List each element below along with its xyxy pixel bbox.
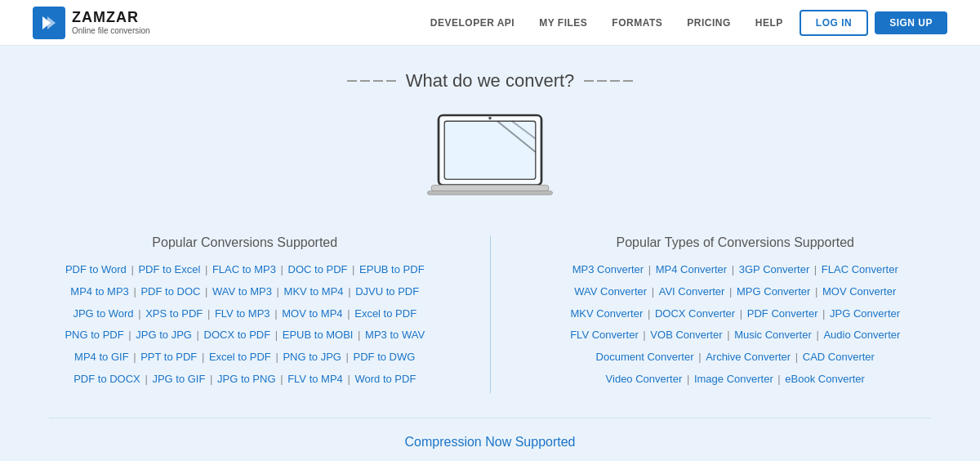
conversion-link[interactable]: EPUB to MOBI: [283, 329, 354, 341]
conversion-link[interactable]: MKV to MP4: [284, 285, 344, 298]
conversion-link[interactable]: PDF to Excel: [138, 263, 200, 275]
conversion-link[interactable]: Excel to PDF: [209, 351, 271, 363]
conversion-link[interactable]: DOC to PDF: [288, 263, 348, 275]
type-row: MP3 Converter | MP4 Converter | 3GP Conv…: [540, 262, 932, 279]
logo[interactable]: ZAMZAR Online file conversion: [33, 7, 150, 39]
popular-types-rows: MP3 Converter | MP4 Converter | 3GP Conv…: [540, 262, 932, 388]
type-link[interactable]: PDF Converter: [747, 307, 818, 320]
svg-rect-8: [428, 191, 553, 195]
nav-pricing[interactable]: PRICING: [687, 17, 731, 29]
type-row: WAV Converter | AVI Converter | MPG Conv…: [540, 284, 932, 301]
conversion-row: PDF to Word | PDF to Excel | FLAC to MP3…: [49, 262, 441, 279]
logo-icon: [33, 7, 65, 39]
conversion-link[interactable]: MP4 to GIF: [74, 351, 128, 363]
conversion-link[interactable]: PPT to PDF: [140, 351, 197, 363]
conversion-row: JPG to Word | XPS to PDF | FLV to MP3 | …: [49, 306, 441, 323]
conversion-row: MP4 to GIF | PPT to PDF | Excel to PDF |…: [49, 349, 441, 366]
conversion-link[interactable]: DOCX to PDF: [204, 329, 271, 341]
type-link[interactable]: 3GP Converter: [739, 263, 809, 275]
conversion-link[interactable]: PDF to Word: [65, 263, 127, 275]
conversion-link[interactable]: WAV to MP3: [212, 285, 272, 298]
type-row: Video Converter | Image Converter | eBoo…: [540, 371, 932, 388]
nav-my-files[interactable]: MY FILES: [539, 17, 587, 29]
main-content: What do we convert? Popular Conversions …: [0, 46, 980, 461]
content-grid: Popular Conversions Supported PDF to Wor…: [0, 235, 980, 393]
conversion-link[interactable]: XPS to PDF: [145, 307, 203, 320]
conversion-row: PDF to DOCX | JPG to GIF | JPG to PNG | …: [49, 371, 441, 388]
laptop-illustration: [0, 108, 980, 211]
conversion-row: PNG to PDF | JPG to JPG | DOCX to PDF | …: [49, 327, 441, 344]
compression-section: Compression Now Supported Compress AVI |…: [49, 418, 931, 461]
type-link[interactable]: eBook Converter: [785, 373, 865, 385]
type-link[interactable]: CAD Converter: [803, 351, 875, 363]
type-link[interactable]: Document Converter: [596, 351, 694, 363]
conversion-link[interactable]: MOV to MP4: [282, 307, 342, 320]
type-link[interactable]: JPG Converter: [830, 307, 900, 320]
conversion-link[interactable]: PDF to DOC: [140, 285, 200, 298]
type-link[interactable]: MPG Converter: [737, 285, 810, 298]
type-link[interactable]: MOV Converter: [822, 285, 896, 298]
svg-point-6: [488, 117, 492, 120]
conversion-row: MP4 to MP3 | PDF to DOC | WAV to MP3 | M…: [49, 284, 441, 301]
type-link[interactable]: MKV Converter: [570, 307, 643, 320]
conversion-link[interactable]: JPG to PNG: [217, 373, 276, 385]
type-link[interactable]: MP3 Converter: [572, 263, 644, 275]
type-link[interactable]: Music Converter: [734, 329, 812, 341]
column-divider: [490, 235, 491, 393]
conversion-link[interactable]: PNG to PDF: [65, 329, 123, 341]
conversion-link[interactable]: FLAC to MP3: [212, 263, 276, 275]
logo-sub: Online file conversion: [72, 26, 150, 35]
nav-formats[interactable]: FORMATS: [612, 17, 662, 29]
conversion-link[interactable]: FLV to MP3: [215, 307, 270, 320]
nav-help[interactable]: HELP: [755, 17, 783, 29]
hero-title: What do we convert?: [406, 70, 575, 92]
conversion-link[interactable]: DJVU to PDF: [355, 285, 419, 298]
conversion-link[interactable]: PDF to DWG: [354, 351, 416, 363]
conversion-link[interactable]: FLV to MP4: [287, 373, 343, 385]
svg-marker-1: [47, 16, 56, 29]
conversion-link[interactable]: PNG to JPG: [283, 351, 341, 363]
type-row: Document Converter | Archive Converter |…: [540, 349, 932, 366]
type-link[interactable]: FLAC Converter: [822, 263, 898, 275]
login-button[interactable]: LOG IN: [800, 10, 868, 36]
type-row: FLV Converter | VOB Converter | Music Co…: [540, 327, 932, 344]
conversion-link[interactable]: JPG to Word: [73, 307, 133, 320]
type-link[interactable]: Archive Converter: [706, 351, 791, 363]
type-link[interactable]: Image Converter: [694, 373, 773, 385]
conversion-link[interactable]: MP3 to WAV: [365, 329, 425, 341]
conversion-link[interactable]: Word to PDF: [354, 373, 416, 385]
type-link[interactable]: Audio Converter: [823, 329, 900, 341]
conversion-link[interactable]: JPG to GIF: [152, 373, 205, 385]
signup-button[interactable]: SIGN UP: [875, 11, 947, 34]
type-link[interactable]: FLV Converter: [570, 329, 639, 341]
type-link[interactable]: AVI Converter: [659, 285, 725, 298]
conversion-link[interactable]: PDF to DOCX: [74, 373, 140, 385]
type-link[interactable]: DOCX Converter: [655, 307, 735, 320]
popular-conversions-column: Popular Conversions Supported PDF to Wor…: [49, 235, 441, 393]
conversion-link[interactable]: JPG to JPG: [136, 329, 192, 341]
nav-developer-api[interactable]: DEVELOPER API: [430, 17, 514, 29]
popular-conversions-rows: PDF to Word | PDF to Excel | FLAC to MP3…: [49, 262, 441, 388]
conversion-link[interactable]: Excel to PDF: [354, 307, 416, 320]
navbar: ZAMZAR Online file conversion DEVELOPER …: [0, 0, 980, 46]
type-link[interactable]: VOB Converter: [650, 329, 722, 341]
type-row: MKV Converter | DOCX Converter | PDF Con…: [540, 306, 932, 323]
compression-title: Compression Now Supported: [49, 435, 931, 450]
svg-rect-7: [431, 186, 549, 191]
popular-conversions-title: Popular Conversions Supported: [49, 235, 441, 250]
popular-types-title: Popular Types of Conversions Supported: [540, 235, 932, 250]
conversion-link[interactable]: EPUB to PDF: [359, 263, 424, 275]
type-link[interactable]: MP4 Converter: [656, 263, 727, 275]
section-title: What do we convert?: [0, 70, 980, 92]
type-link[interactable]: WAV Converter: [574, 285, 647, 298]
popular-types-column: Popular Types of Conversions Supported M…: [540, 235, 932, 393]
conversion-link[interactable]: MP4 to MP3: [70, 285, 129, 298]
type-link[interactable]: Video Converter: [606, 373, 683, 385]
svg-rect-3: [444, 121, 536, 179]
logo-name: ZAMZAR: [72, 10, 150, 26]
nav-links: DEVELOPER API MY FILES FORMATS PRICING H…: [430, 17, 783, 29]
